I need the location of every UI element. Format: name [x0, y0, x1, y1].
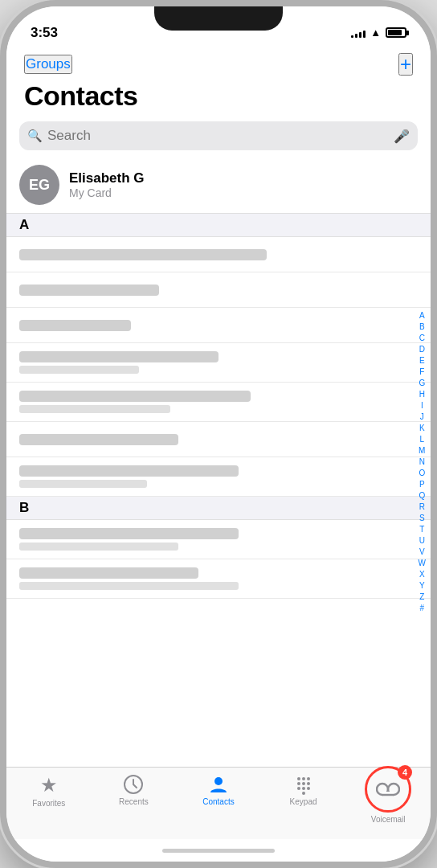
tab-favorites-label: Favorites — [32, 799, 65, 808]
section-header-b: B — [6, 497, 431, 520]
tab-keypad[interactable]: Keypad — [276, 774, 332, 806]
page-title: Contacts — [24, 80, 413, 112]
home-indicator — [6, 839, 431, 862]
contact-row[interactable] — [6, 308, 431, 343]
volume-down-button — [0, 196, 5, 231]
contact-name-blur — [19, 567, 198, 579]
alpha-h[interactable]: H — [416, 389, 428, 400]
search-icon: 🔍 — [27, 129, 43, 143]
alpha-hash[interactable]: # — [416, 603, 427, 614]
alpha-o[interactable]: O — [415, 468, 428, 479]
search-bar[interactable]: 🔍 🎤 — [19, 121, 418, 150]
battery-icon — [386, 27, 406, 38]
svg-point-1 — [214, 777, 223, 785]
contact-row[interactable] — [6, 559, 431, 599]
alpha-p[interactable]: P — [416, 479, 428, 490]
contacts-list: EG Elisabeth G My Card A — [6, 157, 431, 767]
contact-detail-blur — [19, 542, 178, 551]
svg-point-9 — [302, 787, 305, 790]
svg-point-5 — [297, 782, 300, 785]
svg-point-3 — [302, 777, 305, 780]
alpha-t[interactable]: T — [416, 524, 427, 535]
alpha-s[interactable]: S — [416, 513, 428, 524]
alpha-i[interactable]: I — [418, 400, 427, 411]
silent-switch — [0, 103, 5, 125]
alpha-v[interactable]: V — [416, 547, 428, 558]
alpha-c[interactable]: C — [416, 333, 428, 344]
alpha-b[interactable]: B — [416, 321, 428, 333]
svg-point-4 — [307, 777, 310, 780]
groups-button[interactable]: Groups — [24, 55, 72, 74]
alpha-x[interactable]: X — [416, 569, 428, 580]
alpha-j[interactable]: J — [417, 411, 427, 423]
contact-name-blur — [19, 391, 251, 402]
status-icons: ▲ — [351, 27, 406, 39]
svg-point-7 — [307, 782, 310, 785]
voicemail-circle: 4 — [365, 766, 411, 813]
alpha-l[interactable]: L — [416, 434, 427, 445]
contact-row[interactable] — [6, 383, 431, 422]
alpha-e[interactable]: E — [416, 355, 428, 366]
alpha-y[interactable]: Y — [416, 580, 428, 592]
contact-row[interactable] — [6, 343, 431, 383]
alpha-u[interactable]: U — [416, 535, 428, 547]
voicemail-icon — [376, 781, 400, 797]
contact-detail-blur — [19, 582, 239, 590]
alpha-f[interactable]: F — [416, 366, 427, 378]
contact-name-blur — [19, 249, 267, 260]
tab-voicemail[interactable]: 4 Voicemail — [360, 774, 416, 824]
tab-favorites[interactable]: ★ Favorites — [21, 774, 77, 808]
search-input[interactable] — [47, 128, 389, 144]
my-card-name: Elisabeth G — [69, 170, 418, 186]
alpha-w[interactable]: W — [415, 558, 429, 569]
status-time: 3:53 — [31, 25, 58, 41]
tab-keypad-label: Keypad — [290, 797, 317, 806]
alpha-q[interactable]: Q — [415, 490, 428, 502]
contact-name-blur — [19, 285, 159, 296]
add-contact-button[interactable]: + — [398, 53, 413, 76]
my-card-label: My Card — [69, 186, 418, 199]
alpha-r[interactable]: R — [416, 502, 428, 513]
contact-name-blur — [19, 320, 131, 331]
content-area: EG Elisabeth G My Card A — [6, 157, 431, 767]
alphabet-index: A B C D E F G H I J K L M N O P Q R S T — [415, 157, 429, 767]
tab-contacts[interactable]: Contacts — [190, 774, 247, 806]
home-bar — [162, 849, 275, 853]
tab-recents[interactable]: Recents — [105, 774, 161, 806]
alpha-m[interactable]: M — [415, 445, 428, 457]
screen: 3:53 ▲ Groups + Contacts — [6, 6, 431, 862]
alpha-a[interactable]: A — [416, 310, 428, 321]
recents-icon — [123, 774, 144, 795]
contact-name-blur — [19, 434, 178, 445]
contact-row[interactable] — [6, 272, 431, 308]
alpha-g[interactable]: G — [415, 378, 428, 389]
contact-row[interactable] — [6, 422, 431, 457]
notch — [154, 6, 283, 31]
nav-bar: Groups + — [6, 47, 431, 79]
section-header-a: A — [6, 214, 431, 237]
contact-row[interactable] — [6, 520, 431, 559]
my-card-row[interactable]: EG Elisabeth G My Card — [6, 157, 431, 214]
avatar: EG — [19, 165, 59, 205]
alpha-k[interactable]: K — [416, 423, 428, 434]
svg-point-2 — [297, 777, 300, 780]
tab-voicemail-label: Voicemail — [371, 815, 406, 824]
favorites-icon: ★ — [40, 774, 58, 796]
contact-detail-blur — [19, 366, 139, 374]
contact-row[interactable] — [6, 457, 431, 497]
contact-detail-blur — [19, 480, 147, 488]
voicemail-badge: 4 — [398, 765, 412, 780]
power-button — [432, 167, 437, 231]
alpha-n[interactable]: N — [416, 457, 428, 468]
page-header: Contacts — [6, 79, 431, 118]
volume-up-button — [0, 151, 5, 186]
alpha-z[interactable]: Z — [416, 592, 427, 603]
tab-contacts-label: Contacts — [202, 797, 234, 806]
mic-icon: 🎤 — [394, 129, 410, 144]
contact-name-blur — [19, 528, 239, 539]
tab-bar: ★ Favorites Recents Contacts — [6, 767, 431, 839]
svg-point-8 — [297, 787, 300, 790]
alpha-d[interactable]: D — [416, 344, 428, 355]
contacts-icon — [208, 774, 229, 795]
contact-row[interactable] — [6, 237, 431, 272]
